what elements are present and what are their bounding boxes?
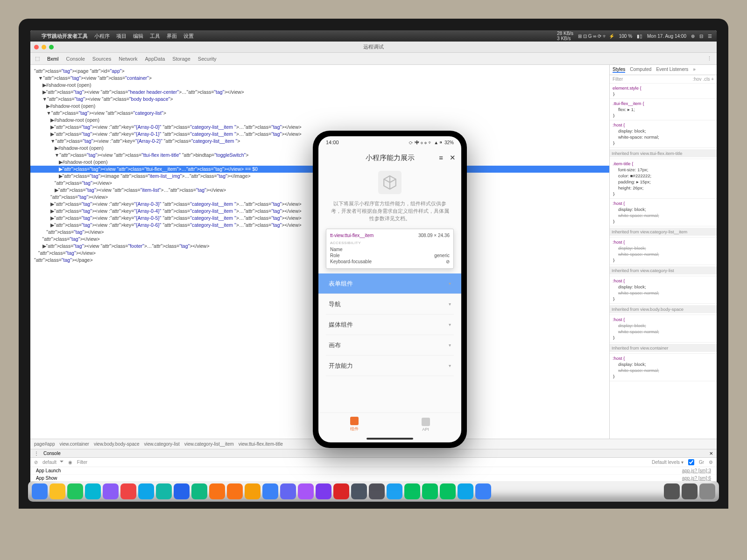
- tab-computed[interactable]: Computed: [630, 67, 651, 73]
- dock-app[interactable]: [387, 483, 402, 499]
- control-center-icon[interactable]: ⊟: [699, 34, 703, 39]
- tab-listeners[interactable]: Event Listeners: [656, 67, 688, 73]
- dock-app[interactable]: [458, 483, 473, 499]
- nav-tab[interactable]: 组件: [318, 413, 390, 436]
- dock-app[interactable]: [699, 483, 715, 499]
- tooltip-kb-label: Keyboard-focusable: [330, 259, 372, 264]
- dock-app[interactable]: [138, 483, 154, 499]
- tab[interactable]: AppData: [145, 56, 165, 62]
- crumb[interactable]: view.container: [60, 441, 89, 447]
- list-item[interactable]: 开放能力▾: [326, 356, 454, 376]
- dock-app[interactable]: [209, 483, 225, 499]
- dock-app[interactable]: [422, 483, 438, 499]
- menu-icon[interactable]: ≡: [439, 154, 443, 162]
- dock-app[interactable]: [49, 483, 65, 499]
- dock-app[interactable]: [32, 483, 48, 499]
- styles-panel: Styles Computed Event Listeners » Filter…: [609, 65, 717, 439]
- menu-item[interactable]: 编辑: [133, 33, 143, 40]
- phone-status-icons: ⟳ ✱ ⊝ ⊖ ᯤ ▲ ◨ 32%: [409, 140, 454, 145]
- tab[interactable]: Storage: [172, 56, 190, 62]
- tab[interactable]: Console: [66, 56, 85, 62]
- minimize-icon[interactable]: [42, 45, 46, 49]
- dock-app[interactable]: [475, 483, 491, 499]
- tab-styles[interactable]: Styles: [613, 67, 625, 73]
- macos-menubar: 字节跳动开发者工具 小程序 项目 编辑 工具 界面 设置 28 KB/s3 KB…: [30, 30, 717, 42]
- phone-frame: 14:00 ⟳ ✱ ⊝ ⊖ ᯤ ▲ ◨ 32% 小程序能力展示 ≡ ✕ 以下将展…: [313, 131, 467, 448]
- menu-item[interactable]: 项目: [116, 33, 127, 40]
- dock-app[interactable]: [298, 483, 314, 499]
- nav-tab[interactable]: API: [390, 413, 461, 436]
- close-icon[interactable]: ×: [709, 450, 713, 457]
- dock-app[interactable]: [103, 483, 119, 499]
- context-select[interactable]: default: [42, 460, 63, 465]
- dock-app[interactable]: [262, 483, 278, 499]
- list-item[interactable]: 媒体组件▾: [326, 315, 454, 335]
- crumb[interactable]: view.category-list__item: [184, 441, 234, 447]
- console-header: ⋮ Console ×: [30, 449, 717, 458]
- crumb[interactable]: view.ttui-flex.item-title: [239, 441, 283, 447]
- dock-app[interactable]: [85, 483, 101, 499]
- more-icon[interactable]: ⋮: [707, 56, 712, 62]
- tab[interactable]: Security: [198, 56, 217, 62]
- app-name[interactable]: 字节跳动开发者工具: [42, 33, 88, 40]
- dock-app[interactable]: [440, 483, 456, 499]
- dock-app[interactable]: [245, 483, 261, 499]
- list-item[interactable]: 画布▾: [326, 335, 454, 356]
- inspect-icon[interactable]: ⬚: [35, 56, 40, 62]
- dock-app[interactable]: [351, 483, 367, 499]
- filter-input[interactable]: Filter: [77, 460, 647, 465]
- maximize-icon[interactable]: [49, 45, 54, 49]
- styles-rules[interactable]: element.style {}….ttui-flex__item {flex:…: [610, 84, 717, 439]
- more-icon[interactable]: »: [693, 67, 696, 73]
- cube-icon: [350, 417, 359, 425]
- close-icon[interactable]: ✕: [450, 154, 456, 162]
- dock-app[interactable]: [369, 483, 385, 499]
- dock-app[interactable]: [191, 483, 207, 499]
- menu-item[interactable]: 界面: [167, 33, 177, 40]
- close-icon[interactable]: [34, 45, 39, 49]
- list-item[interactable]: 表单组件▾: [318, 273, 461, 294]
- menu-item[interactable]: 工具: [150, 33, 160, 40]
- group-checkbox[interactable]: [688, 459, 694, 465]
- cls-toggle[interactable]: .cls: [703, 77, 710, 82]
- cube-icon: [378, 171, 402, 194]
- tab[interactable]: Network: [119, 56, 137, 62]
- dock-app[interactable]: [67, 483, 83, 499]
- battery: 100 %: [619, 34, 632, 39]
- menu-item[interactable]: 设置: [183, 33, 194, 40]
- add-rule-icon[interactable]: +: [711, 77, 714, 82]
- dock-app[interactable]: [156, 483, 172, 499]
- dock-app[interactable]: [120, 483, 136, 499]
- console-filter-row: ⊘ default ◉ Filter Default levels ▾ Gr ⚙: [30, 458, 717, 467]
- levels-select[interactable]: Default levels ▾: [652, 460, 684, 465]
- dock-app[interactable]: [664, 483, 680, 499]
- list-item[interactable]: 导航▾: [326, 294, 454, 315]
- console-menu-icon[interactable]: ⋮: [34, 451, 39, 456]
- search-icon[interactable]: ⊕: [691, 34, 695, 39]
- chevron-down-icon: ▾: [449, 301, 451, 307]
- crumb[interactable]: page#app: [34, 441, 55, 447]
- dock-app[interactable]: [174, 483, 190, 499]
- crumb[interactable]: view.category-list: [144, 441, 180, 447]
- phone-statusbar: 14:00 ⟳ ✱ ⊝ ⊖ ᯤ ▲ ◨ 32%: [318, 136, 461, 148]
- menu-item[interactable]: 小程序: [94, 33, 110, 40]
- chevron-down-icon: ▾: [449, 281, 451, 286]
- home-indicator[interactable]: [366, 438, 413, 440]
- dock-app[interactable]: [316, 483, 331, 499]
- eye-icon[interactable]: ◉: [68, 460, 72, 465]
- dock-app[interactable]: [227, 483, 243, 499]
- crumb[interactable]: view.body.body-space: [94, 441, 140, 447]
- settings-icon[interactable]: ⚙: [709, 460, 713, 465]
- macos-dock[interactable]: [28, 481, 719, 502]
- hov-toggle[interactable]: :hov: [693, 77, 702, 82]
- dock-app[interactable]: [280, 483, 296, 499]
- tab[interactable]: Sources: [92, 56, 111, 62]
- menu-icon[interactable]: ☰: [708, 34, 712, 39]
- tab[interactable]: Bxml: [47, 56, 58, 62]
- window-title: 远程调试: [363, 43, 384, 50]
- dock-app[interactable]: [682, 483, 698, 499]
- dock-app[interactable]: [333, 483, 349, 499]
- clear-icon[interactable]: ⊘: [34, 460, 38, 465]
- dock-app[interactable]: [404, 483, 420, 499]
- filter-input[interactable]: Filter: [613, 77, 623, 82]
